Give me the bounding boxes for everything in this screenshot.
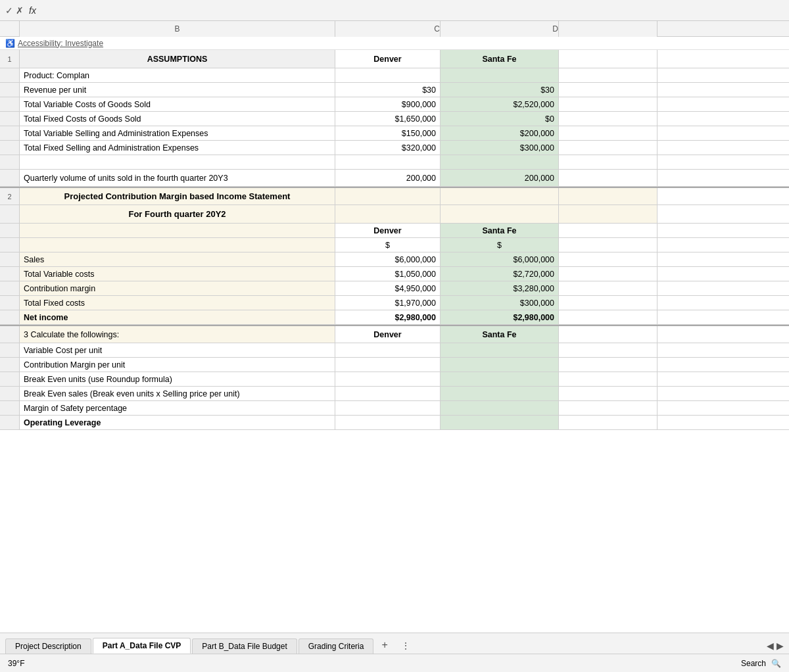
- val-marginofsafety-santafe[interactable]: [441, 401, 559, 415]
- val-revenue-denver[interactable]: $30: [335, 83, 441, 97]
- extra: [559, 281, 658, 295]
- extra: [559, 224, 658, 237]
- sec3-santafe-header: Santa Fe: [441, 326, 559, 343]
- table-row: Total Fixed Selling and Administration E…: [0, 141, 789, 155]
- sec2-blank-b2: [20, 238, 335, 252]
- tab-project-description[interactable]: Project Description: [5, 638, 91, 654]
- val-breakevenunits-santafe[interactable]: [441, 372, 559, 386]
- val-opleverage-denver[interactable]: [335, 416, 441, 429]
- val-contribmarginunit-santafe[interactable]: [441, 358, 559, 372]
- label-netincome: Net income: [20, 310, 335, 324]
- val-tvarcogs-santafe[interactable]: $2,520,000: [441, 97, 559, 111]
- val-tvarsell-santafe[interactable]: $200,000: [441, 126, 559, 140]
- extra: [559, 238, 658, 252]
- val-tfixcosts-santafe[interactable]: $300,000: [441, 296, 559, 310]
- table-row: Total Fixed Costs of Goods Sold $1,650,0…: [0, 112, 789, 126]
- extra: [559, 296, 658, 310]
- val-sales-santafe[interactable]: $6,000,000: [441, 252, 559, 266]
- sec2-t2-d: [441, 205, 559, 223]
- extra: [559, 155, 658, 169]
- extra-header: [559, 50, 658, 68]
- col-header-d[interactable]: D: [441, 21, 559, 37]
- val-contribmargin-denver[interactable]: $4,950,000: [335, 281, 441, 295]
- row-num: [0, 296, 20, 310]
- col-header-c[interactable]: C: [335, 21, 441, 37]
- val-varcostperunit-denver[interactable]: [335, 343, 441, 357]
- val-netincome-santafe[interactable]: $2,980,000: [441, 310, 559, 324]
- val-product-denver[interactable]: [335, 68, 441, 82]
- val-tfixcogs-santafe[interactable]: $0: [441, 112, 559, 126]
- col-header-e[interactable]: [559, 21, 658, 37]
- section2-title1: Projected Contribution Margin based Inco…: [20, 188, 335, 204]
- extra: [559, 252, 658, 266]
- label-marginofsafety: Margin of Safety percentage: [20, 401, 335, 415]
- val-opleverage-santafe[interactable]: [441, 416, 559, 429]
- val-tfixsell-denver[interactable]: $320,000: [335, 141, 441, 155]
- table-row: Break Even units (use Roundup formula): [0, 372, 789, 387]
- label-sales: Sales: [20, 252, 335, 266]
- table-row: Margin of Safety percentage: [0, 401, 789, 416]
- tab-add-button[interactable]: +: [375, 636, 394, 654]
- row-num: [0, 343, 20, 357]
- val-tfixsell-santafe[interactable]: $300,000: [441, 141, 559, 155]
- val-sales-denver[interactable]: $6,000,000: [335, 252, 441, 266]
- tab-part-b[interactable]: Part B_Data File Budget: [192, 638, 297, 654]
- row-num: [0, 416, 20, 429]
- val-tvarsell-denver[interactable]: $150,000: [335, 126, 441, 140]
- tab-part-a[interactable]: Part A_Data File CVP: [93, 638, 191, 654]
- accessibility-bar: ♿ Accessibility: Investigate: [0, 37, 789, 50]
- assumptions-title: ASSUMPTIONS: [20, 50, 335, 68]
- column-headers: B C D: [0, 21, 789, 37]
- val-breakevensales-denver[interactable]: [335, 387, 441, 400]
- val-netincome-denver[interactable]: $2,980,000: [335, 310, 441, 324]
- val-contribmarginunit-denver[interactable]: [335, 358, 441, 372]
- val-tfixcogs-denver[interactable]: $1,650,000: [335, 112, 441, 126]
- tabs-bar: Project Description Part A_Data File CVP…: [0, 633, 789, 654]
- val-revenue-santafe[interactable]: $30: [441, 83, 559, 97]
- table-row: Sales $6,000,000 $6,000,000: [0, 252, 789, 267]
- extra: [559, 68, 658, 82]
- val-quarterly-santafe[interactable]: 200,000: [441, 170, 559, 186]
- val-breakevensales-santafe[interactable]: [441, 387, 559, 400]
- row-num: [0, 281, 20, 295]
- label-tvarcogs: Total Variable Costs of Goods Sold: [20, 97, 335, 111]
- col-header-b[interactable]: B: [20, 21, 335, 37]
- sec2-denver-header: Denver: [335, 224, 441, 237]
- val-tfixcosts-denver[interactable]: $1,970,000: [335, 296, 441, 310]
- val-contribmargin-santafe[interactable]: $3,280,000: [441, 281, 559, 295]
- val-quarterly-denver[interactable]: 200,000: [335, 170, 441, 186]
- cross-icon[interactable]: ✗: [16, 5, 24, 16]
- formula-bar: ✓ ✗ fx: [0, 0, 789, 21]
- table-row: Variable Cost per unit: [0, 343, 789, 358]
- status-bar: 39°F Search 🔍: [0, 654, 789, 672]
- val-product-santafe[interactable]: [441, 68, 559, 82]
- row-num: [0, 97, 20, 111]
- tab-grading-criteria[interactable]: Grading Criteria: [299, 638, 374, 654]
- row-num: [0, 205, 20, 223]
- val-tvarcosts-santafe[interactable]: $2,720,000: [441, 267, 559, 281]
- table-row: Operating Leverage: [0, 416, 789, 430]
- label-breakevensales: Break Even sales (Break even units x Sel…: [20, 387, 335, 400]
- row-section2-dollar: $ $: [0, 238, 789, 252]
- tab-more-button[interactable]: ⋮: [394, 638, 417, 654]
- sec2-dollar-santafe: $: [441, 238, 559, 252]
- nav-next-icon[interactable]: ▶: [777, 640, 784, 651]
- accessibility-label[interactable]: Accessibility: Investigate: [18, 39, 103, 48]
- sec2-title-c: [335, 188, 441, 204]
- section2-title2: For Fourth quarter 20Y2: [20, 205, 335, 223]
- val-breakevenunits-denver[interactable]: [335, 372, 441, 386]
- row-num: [0, 83, 20, 97]
- search-icon[interactable]: 🔍: [771, 659, 781, 668]
- row-section2-title2: For Fourth quarter 20Y2: [0, 205, 789, 224]
- checkmark-icon[interactable]: ✓: [5, 5, 13, 16]
- row-num: [0, 224, 20, 237]
- val-marginofsafety-denver[interactable]: [335, 401, 441, 415]
- nav-prev-icon[interactable]: ◀: [767, 640, 774, 651]
- val-tvarcosts-denver[interactable]: $1,050,000: [335, 267, 441, 281]
- row-num: [0, 310, 20, 324]
- val-varcostperunit-santafe[interactable]: [441, 343, 559, 357]
- label-tvarsell: Total Variable Selling and Administratio…: [20, 126, 335, 140]
- label-quarterly: Quarterly volume of units sold in the fo…: [20, 170, 335, 186]
- val-tvarcogs-denver[interactable]: $900,000: [335, 97, 441, 111]
- row-assumptions-title: 1 ASSUMPTIONS Denver Santa Fe: [0, 50, 789, 68]
